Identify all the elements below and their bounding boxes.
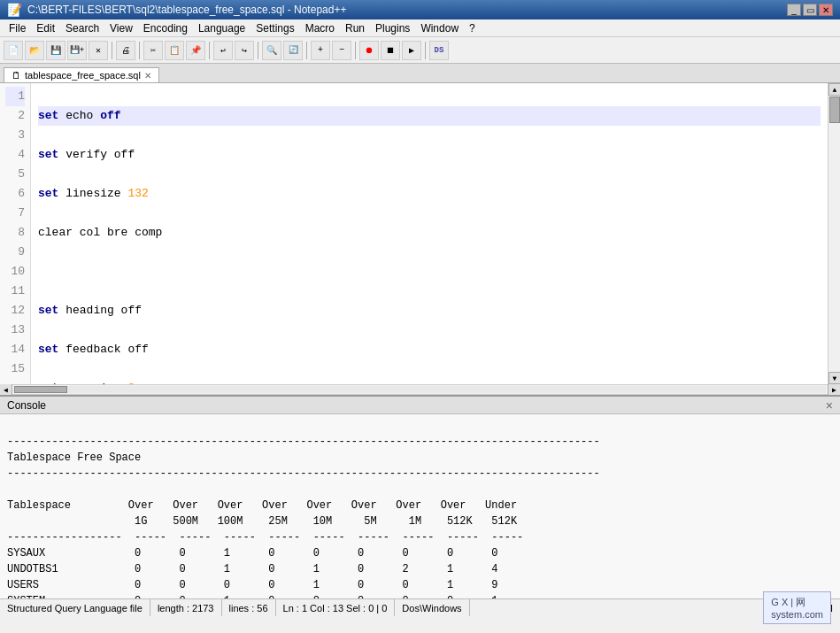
macro-stop-button[interactable]: ⏹ — [381, 41, 400, 60]
menu-edit[interactable]: Edit — [31, 20, 60, 36]
menu-macro[interactable]: Macro — [300, 20, 340, 36]
editor-hscrollbar[interactable]: ◀ ▶ — [0, 384, 840, 395]
macro-play-button[interactable]: ▶ — [402, 41, 421, 60]
save-all-button[interactable]: 💾+ — [67, 41, 87, 60]
zoom-in-button[interactable]: + — [311, 41, 330, 60]
zoom-out-button[interactable]: − — [332, 41, 351, 60]
scroll-up-arrow[interactable]: ▲ — [828, 83, 840, 96]
console-data-users: USERS 0 0 0 0 1 0 0 1 9 — [7, 579, 498, 591]
editor: 1 2 3 4 5 6 7 8 9 10 11 12 13 14 15 set … — [0, 83, 840, 384]
hscroll-left[interactable]: ◀ — [0, 384, 12, 395]
save-button[interactable]: 💾 — [46, 41, 66, 60]
open-button[interactable]: 📂 — [25, 41, 44, 60]
tab-icon: 🗒 — [12, 70, 21, 81]
console-data-undotbs1: UNDOTBS1 0 0 1 0 1 0 2 1 4 — [7, 563, 498, 575]
new-button[interactable]: 📄 — [4, 41, 23, 60]
console-tablespace-title: Tablespace Free Space — [7, 452, 141, 464]
menu-language[interactable]: Language — [193, 20, 250, 36]
toolbar-sep-4 — [258, 42, 258, 59]
close-button[interactable]: ✕ — [819, 4, 833, 16]
line-num-5: 5 — [5, 165, 25, 184]
window-title: C:\BERT-FILES\BERT\sql2\tablespace_free_… — [27, 4, 346, 16]
code-line-5 — [38, 262, 821, 282]
toolbar-sep-2 — [139, 42, 140, 59]
redo-button[interactable]: ↪ — [235, 41, 254, 60]
editor-scrollbar[interactable]: ▲ ▼ — [828, 83, 840, 384]
code-line-6: set heading off — [38, 301, 821, 320]
line-num-2: 2 — [5, 106, 25, 126]
replace-button[interactable]: 🔄 — [283, 41, 303, 60]
line-num-1: 1 — [5, 87, 25, 106]
console-separator-1: ----------------------------------------… — [7, 436, 600, 448]
status-line-ending: Dos\Windows — [395, 599, 469, 616]
line-num-11: 11 — [5, 282, 25, 301]
line-num-9: 9 — [5, 243, 25, 262]
console-separator-2: ----------------------------------------… — [7, 467, 600, 480]
console-header-sep: ------------------ ----- ----- ----- ---… — [7, 531, 523, 544]
menu-file[interactable]: File — [4, 20, 31, 36]
code-line-4: clear col bre comp — [38, 223, 821, 243]
scroll-down-arrow[interactable]: ▼ — [828, 372, 840, 384]
code-area[interactable]: set echo off set verify off set linesize… — [31, 83, 828, 384]
code-line-8: set pagesize 0 — [38, 379, 821, 384]
status-position: Ln : 1 Col : 13 Sel : 0 | 0 — [276, 599, 396, 616]
console-data-sysaux: SYSAUX 0 0 1 0 0 0 0 0 0 — [7, 547, 498, 560]
line-num-10: 10 — [5, 262, 25, 282]
code-line-2: set verify off — [38, 145, 821, 165]
minimize-button[interactable]: _ — [787, 4, 801, 16]
menu-search[interactable]: Search — [60, 20, 104, 36]
app-icon: 📝 — [7, 3, 22, 17]
line-num-8: 8 — [5, 223, 25, 243]
tab-close-button[interactable]: ✕ — [144, 71, 151, 81]
console-title: Console — [7, 399, 46, 412]
cut-button[interactable]: ✂ — [143, 41, 163, 60]
toolbar-sep-5 — [306, 42, 307, 59]
copy-button[interactable]: 📋 — [165, 41, 184, 60]
menu-bar: File Edit Search View Encoding Language … — [0, 19, 840, 37]
console-close-button[interactable]: × — [826, 398, 833, 413]
line-num-13: 13 — [5, 320, 25, 340]
line-numbers: 1 2 3 4 5 6 7 8 9 10 11 12 13 14 15 — [0, 83, 31, 384]
title-bar: 📝 C:\BERT-FILES\BERT\sql2\tablespace_fre… — [0, 0, 840, 19]
menu-plugins[interactable]: Plugins — [370, 20, 415, 36]
ds-button[interactable]: DS — [429, 41, 449, 60]
line-num-15: 15 — [5, 359, 25, 379]
line-num-14: 14 — [5, 340, 25, 359]
console-blank-1 — [7, 483, 13, 496]
code-line-7: set feedback off — [38, 340, 821, 359]
menu-run[interactable]: Run — [340, 20, 370, 36]
toolbar-sep-7 — [425, 42, 426, 59]
code-line-3: set linesize 132 — [38, 184, 821, 204]
title-bar-controls[interactable]: _ ▭ ✕ — [787, 4, 833, 16]
line-num-3: 3 — [5, 126, 25, 145]
toolbar-sep-3 — [209, 42, 210, 59]
tab-sql-file[interactable]: 🗒 tablespace_free_space.sql ✕ — [4, 67, 159, 82]
hscroll-right[interactable]: ▶ — [828, 384, 840, 395]
console-content[interactable]: ----------------------------------------… — [0, 414, 840, 598]
find-button[interactable]: 🔍 — [262, 41, 281, 60]
menu-encoding[interactable]: Encoding — [138, 20, 193, 36]
code-line-1: set echo off — [38, 106, 821, 126]
console-panel: Console × ------------------------------… — [0, 395, 840, 598]
watermark: G X | 网 system.com — [763, 591, 831, 624]
console-header-row2: 1G 500M 100M 25M 10M 5M 1M 512K 512K — [7, 515, 517, 528]
menu-help[interactable]: ? — [464, 20, 481, 36]
print-button[interactable]: 🖨 — [116, 41, 135, 60]
macro-record-button[interactable]: ⏺ — [359, 41, 379, 60]
restore-button[interactable]: ▭ — [803, 4, 817, 16]
hscroll-track — [14, 386, 826, 393]
menu-window[interactable]: Window — [415, 20, 464, 36]
scroll-thumb[interactable] — [829, 96, 840, 123]
hscroll-thumb[interactable] — [14, 386, 67, 393]
watermark-line2: system.com — [771, 609, 823, 620]
undo-button[interactable]: ↩ — [213, 41, 233, 60]
menu-view[interactable]: View — [104, 20, 138, 36]
watermark-line1: G X | 网 — [771, 596, 823, 609]
console-header: Console × — [0, 397, 840, 414]
close-doc-button[interactable]: ✕ — [89, 41, 108, 60]
paste-button[interactable]: 📌 — [186, 41, 205, 60]
toolbar-sep-6 — [355, 42, 356, 59]
status-file-type: Structured Query Language file — [0, 599, 150, 616]
title-bar-left: 📝 C:\BERT-FILES\BERT\sql2\tablespace_fre… — [7, 3, 346, 17]
menu-settings[interactable]: Settings — [250, 20, 299, 36]
